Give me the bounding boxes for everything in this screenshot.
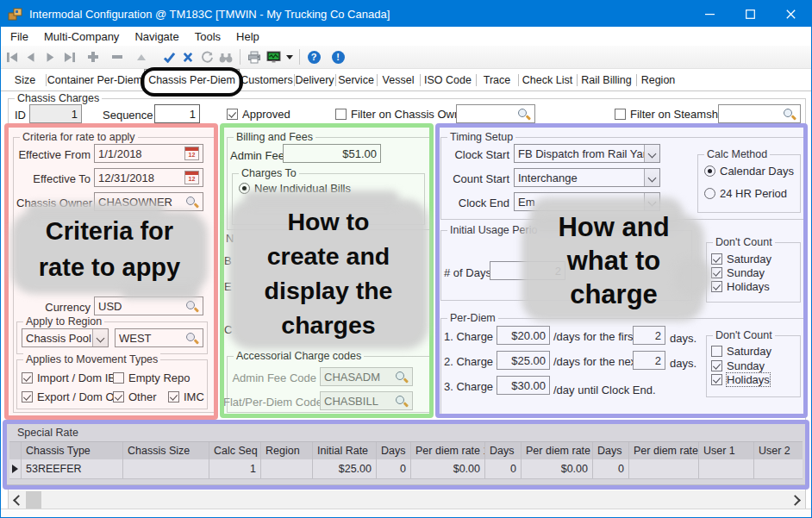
menu-navigate[interactable]: Navigate [127, 30, 186, 43]
filter-steamship-checkbox[interactable]: Filter on Steamship [615, 108, 727, 121]
other-checkbox[interactable]: Other [113, 390, 157, 403]
col-chassis-type[interactable]: Chassis Type [22, 442, 123, 459]
col-user-1[interactable]: User 1 [699, 442, 754, 459]
filter-chassis-owner-checkbox[interactable]: Filter on Chassis Owner [335, 108, 471, 121]
monitor-dropdown-icon[interactable] [283, 48, 295, 66]
monitor-view-icon[interactable] [264, 48, 283, 66]
filter-steamship-field[interactable] [718, 104, 801, 123]
effective-from-field[interactable]: 1/1/2018 12 [94, 144, 203, 163]
col-chassis-size[interactable]: Chassis Size [123, 442, 209, 459]
charge1-amount-field[interactable]: $20.00 [497, 326, 550, 345]
count-start-dropdown[interactable]: Interchange [514, 168, 660, 187]
print-icon[interactable] [245, 48, 264, 66]
24-hr-period-radio[interactable]: 24 HR Period [704, 187, 787, 200]
tab-chassis-per-diem[interactable]: Chassis Per-Diem [144, 69, 240, 91]
find-binoculars-icon[interactable] [216, 48, 235, 66]
new-individual-bills-radio[interactable]: New Individual Bills [239, 182, 351, 195]
num-days-field[interactable]: 2 [490, 261, 565, 280]
lookup-icon[interactable] [517, 108, 531, 121]
col-per-diem-rate-3[interactable]: Per diem rate 3 [629, 442, 699, 459]
region-type-dropdown[interactable]: Chassis Pool [22, 328, 109, 347]
empty-repo-checkbox[interactable]: Empty Repo [113, 371, 191, 384]
initial-sunday-checkbox[interactable]: Sunday [711, 266, 765, 279]
chassis-owner-field[interactable]: CHASOWNER [94, 192, 203, 211]
tab-delivery[interactable]: Delivery [294, 70, 335, 90]
chevron-down-icon[interactable] [92, 329, 108, 346]
help-icon[interactable]: ? [304, 48, 323, 66]
clock-start-dropdown[interactable]: FB Dispatch from Rail Yard [514, 144, 660, 163]
col-days-2[interactable]: Days [485, 442, 522, 459]
save-check-icon[interactable] [159, 48, 178, 66]
horizontal-scrollbar[interactable] [9, 490, 805, 510]
col-days-3[interactable]: Days [593, 442, 629, 459]
charge3-amount-field[interactable]: $30.00 [497, 376, 550, 395]
tab-region[interactable]: Region [636, 70, 680, 90]
minimize-button[interactable] [690, 1, 730, 27]
sequence-field[interactable]: 1 [154, 104, 200, 123]
chevron-down-icon[interactable] [644, 169, 659, 186]
tab-vessel[interactable]: Vessel [377, 70, 420, 90]
initial-holidays-checkbox[interactable]: Holidays [711, 280, 770, 293]
tab-size[interactable]: Size [4, 70, 46, 90]
export-dom-ob-checkbox[interactable]: Export / Dom OB [22, 390, 122, 403]
imc-checkbox[interactable]: IMC [168, 390, 204, 403]
approved-checkbox[interactable]: Approved [227, 108, 290, 121]
tab-rail-billing[interactable]: Rail Billing [577, 70, 636, 90]
lookup-icon[interactable] [185, 300, 199, 313]
menu-tools[interactable]: Tools [187, 30, 228, 43]
region-value-field[interactable]: WEST [115, 328, 203, 347]
calendar-days-radio[interactable]: Calendar Days [704, 165, 794, 178]
col-per-diem-rate-1[interactable]: Per diem rate 1 [411, 442, 485, 459]
close-button[interactable] [771, 1, 811, 27]
tab-iso-code[interactable]: ISO Code [420, 70, 476, 90]
next-record-icon[interactable] [41, 48, 59, 66]
chevron-down-icon[interactable] [644, 193, 659, 210]
delete-record-icon[interactable] [108, 48, 127, 66]
tab-customers[interactable]: Customers [240, 70, 294, 90]
col-user-2[interactable]: User 2 [754, 442, 803, 459]
import-dom-ib-checkbox[interactable]: Import / Dom IB [22, 371, 116, 384]
menu-help[interactable]: Help [228, 30, 267, 43]
col-region[interactable]: Region [261, 442, 313, 459]
chevron-down-icon[interactable] [644, 145, 659, 162]
clock-end-dropdown[interactable]: Em [514, 192, 660, 211]
initial-saturday-checkbox[interactable]: Saturday [711, 253, 771, 265]
per-diem-saturday-checkbox[interactable]: Saturday [711, 345, 771, 358]
last-record-icon[interactable] [59, 48, 78, 66]
about-icon[interactable]: ! [328, 48, 347, 66]
previous-record-icon[interactable] [22, 48, 41, 66]
charge1-days-field[interactable]: 2 [633, 326, 665, 345]
scroll-left-button[interactable] [9, 490, 26, 510]
col-calc-seq[interactable]: Calc Seq [209, 442, 261, 459]
charge2-amount-field[interactable]: $25.00 [497, 351, 550, 370]
scrollbar-thumb[interactable] [26, 491, 41, 509]
effective-to-field[interactable]: 12/31/2018 12 [94, 168, 203, 187]
currency-field[interactable]: USD [94, 296, 203, 315]
tab-check-list[interactable]: Check List [518, 70, 577, 90]
add-record-icon[interactable] [84, 48, 103, 66]
scroll-right-button[interactable] [788, 490, 805, 510]
filter-chassis-owner-field[interactable] [456, 104, 535, 123]
per-diem-holidays-checkbox[interactable]: Holidays [711, 373, 770, 386]
tab-container-per-diem[interactable]: Container Per-Diem [46, 70, 144, 90]
calendar-icon[interactable]: 12 [184, 171, 199, 184]
lookup-icon[interactable] [783, 108, 796, 121]
menu-multi-company[interactable]: Multi-Company [36, 30, 127, 43]
calendar-icon[interactable]: 12 [184, 147, 199, 160]
admin-fee-field[interactable]: $51.00 [283, 144, 381, 163]
refresh-icon[interactable] [197, 48, 216, 66]
tab-trace[interactable]: Trace [476, 70, 518, 90]
per-diem-sunday-checkbox[interactable]: Sunday [711, 359, 765, 372]
table-row[interactable]: 53REEFER 1 $25.00 0 $0.00 0 $0.00 0 [9, 459, 803, 479]
first-record-icon[interactable] [3, 48, 22, 66]
col-per-diem-rate-2[interactable]: Per diem rate 2 [522, 442, 593, 459]
tab-service[interactable]: Service [335, 70, 377, 90]
menu-file[interactable]: File [3, 30, 36, 43]
col-days-1[interactable]: Days [377, 442, 411, 459]
sort-up-icon[interactable] [132, 48, 151, 66]
maximize-button[interactable] [730, 1, 771, 27]
cancel-x-icon[interactable] [178, 48, 197, 66]
lookup-icon[interactable] [185, 332, 199, 345]
charge2-days-field[interactable]: 2 [633, 351, 665, 370]
col-initial-rate[interactable]: Initial Rate [313, 442, 377, 459]
